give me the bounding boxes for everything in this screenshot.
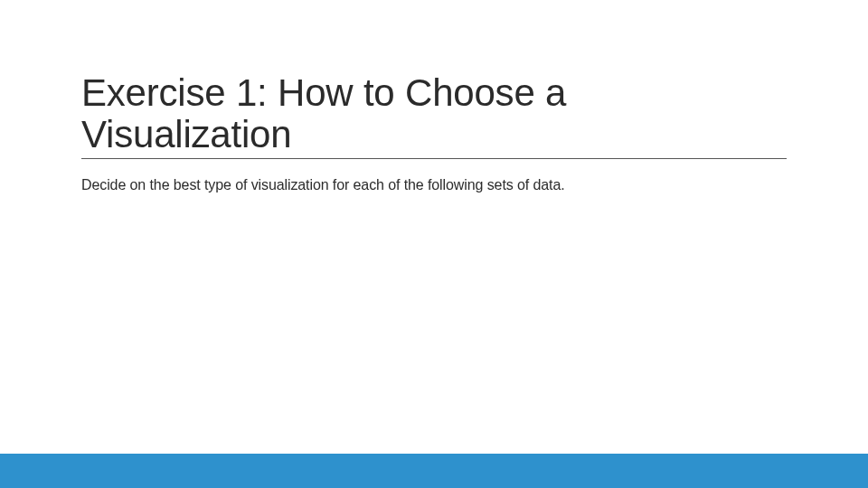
slide-title: Exercise 1: How to Choose a Visualizatio… [81, 72, 787, 159]
slide-body-text: Decide on the best type of visualization… [81, 175, 787, 195]
slide: Exercise 1: How to Choose a Visualizatio… [0, 0, 868, 488]
footer-accent-bar [0, 454, 868, 488]
